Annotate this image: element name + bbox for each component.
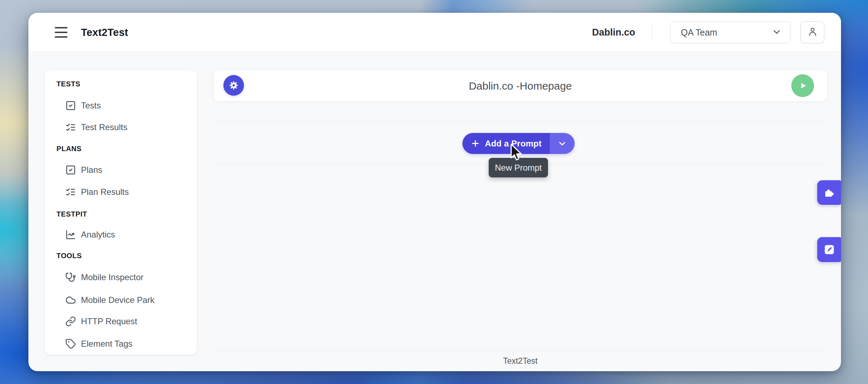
extensions-float-button[interactable] bbox=[817, 180, 841, 205]
team-select-dropdown[interactable]: QA Team bbox=[671, 22, 791, 43]
list-checks-icon bbox=[65, 122, 76, 133]
edit-float-button[interactable] bbox=[817, 237, 841, 262]
sidebar-item-plans[interactable]: Plans bbox=[45, 163, 197, 177]
user-icon bbox=[807, 26, 819, 39]
project-name: Dablin.co bbox=[592, 13, 635, 52]
sidebar-item-label: Element Tags bbox=[81, 339, 132, 349]
sidebar-item-label: Mobile Device Park bbox=[81, 295, 154, 305]
footer-divider bbox=[213, 350, 828, 351]
chevron-down-icon bbox=[771, 27, 782, 39]
header-divider bbox=[652, 23, 652, 42]
sidebar-item-element-tags[interactable]: Element Tags bbox=[45, 337, 197, 351]
chevron-down-icon bbox=[557, 139, 567, 149]
new-prompt-tooltip: New Prompt bbox=[489, 158, 548, 177]
play-icon bbox=[797, 80, 808, 91]
sidebar-item-mobile-inspector[interactable]: Mobile Inspector bbox=[45, 270, 197, 284]
sidebar-item-label: Plan Results bbox=[81, 187, 129, 197]
list-checks-icon bbox=[65, 187, 76, 197]
puzzle-icon bbox=[823, 187, 835, 199]
add-prompt-label: Add a Prompt bbox=[485, 139, 542, 149]
sidebar-item-analytics[interactable]: Analytics bbox=[45, 228, 197, 242]
run-test-button[interactable] bbox=[791, 74, 814, 97]
footer-text: Text2Test bbox=[213, 353, 828, 369]
checkbox-check-icon bbox=[65, 165, 76, 175]
team-select-value: QA Team bbox=[681, 27, 717, 38]
test-row[interactable]: Dablin.co -Homepage bbox=[213, 70, 828, 101]
sidebar-item-label: Analytics bbox=[81, 230, 115, 240]
sidebar-section-tests: TESTS bbox=[56, 79, 80, 89]
desktop-background: Text2Test Dablin.co QA Team TESTS bbox=[0, 0, 868, 384]
tooltip-text: New Prompt bbox=[495, 163, 542, 173]
sidebar: TESTS Tests Test Results PLANS Plans Pla… bbox=[44, 70, 197, 355]
plus-icon bbox=[471, 139, 480, 148]
stethoscope-icon bbox=[65, 272, 76, 283]
app-title: Text2Test bbox=[81, 27, 128, 38]
sidebar-section-testpit: TESTPIT bbox=[56, 209, 87, 219]
sidebar-item-tests[interactable]: Tests bbox=[45, 98, 197, 113]
sidebar-item-http-request[interactable]: HTTP Request bbox=[45, 314, 197, 329]
sidebar-item-label: Tests bbox=[81, 101, 101, 111]
sidebar-section-tools: TOOLS bbox=[56, 251, 82, 260]
sidebar-item-label: Plans bbox=[81, 165, 102, 175]
chart-line-icon bbox=[65, 229, 76, 240]
hamburger-menu-icon[interactable] bbox=[55, 27, 67, 38]
add-prompt-split-button: Add a Prompt bbox=[462, 133, 575, 154]
sidebar-item-label: HTTP Request bbox=[81, 316, 137, 326]
sidebar-item-label: Test Results bbox=[81, 122, 128, 132]
sidebar-item-mobile-device-park[interactable]: Mobile Device Park bbox=[45, 293, 197, 307]
user-account-button[interactable] bbox=[801, 21, 824, 43]
app-header: Text2Test Dablin.co QA Team bbox=[28, 13, 841, 52]
sidebar-section-plans: PLANS bbox=[56, 144, 82, 153]
sidebar-item-plan-results[interactable]: Plan Results bbox=[45, 185, 197, 199]
content-divider bbox=[213, 121, 828, 122]
sidebar-item-label: Mobile Inspector bbox=[81, 272, 143, 282]
checkbox-check-icon bbox=[65, 100, 76, 111]
add-prompt-menu-button[interactable] bbox=[550, 133, 575, 154]
test-title: Dablin.co -Homepage bbox=[213, 70, 827, 102]
edit-icon bbox=[823, 243, 836, 256]
app-window: Text2Test Dablin.co QA Team TESTS bbox=[28, 13, 841, 371]
link-icon bbox=[65, 316, 76, 327]
tag-icon bbox=[65, 338, 76, 349]
sidebar-item-test-results[interactable]: Test Results bbox=[45, 120, 197, 134]
add-prompt-button[interactable]: Add a Prompt bbox=[462, 133, 550, 154]
cloud-icon bbox=[65, 295, 76, 305]
